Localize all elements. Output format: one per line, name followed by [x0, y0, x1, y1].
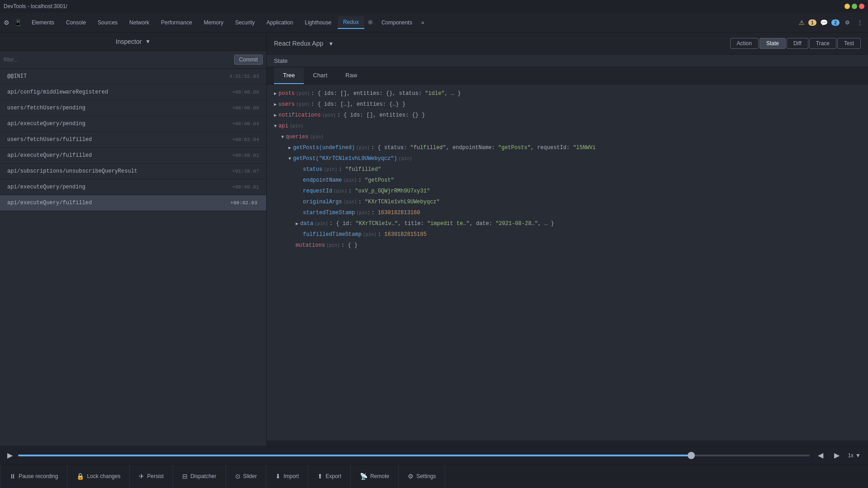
action-item-unsub[interactable]: api/subscriptions/unsubscribeQueryResult…: [0, 164, 266, 179]
no-toggle: [296, 210, 301, 216]
action-item-exec-fulfilled-1[interactable]: api/executeQuery/fulfilled +00:00.01: [0, 148, 266, 164]
toolbar-export[interactable]: ⬆ Export: [308, 465, 351, 488]
inspector-dropdown-icon[interactable]: ▼: [145, 38, 151, 45]
settings-icon[interactable]: ⚙: [843, 18, 852, 28]
tab-action[interactable]: Action: [730, 38, 759, 49]
toolbar-settings[interactable]: ⚙ Settings: [399, 465, 445, 488]
app-dropdown-icon[interactable]: ▼: [328, 41, 334, 47]
tree-row-endpointname[interactable]: endpointName (pin) : "getPost": [267, 175, 868, 186]
toggle-notifications[interactable]: ▶: [274, 112, 277, 119]
tab-sources[interactable]: Sources: [92, 17, 123, 28]
more-tabs-button[interactable]: »: [419, 18, 427, 28]
tab-diff[interactable]: Diff: [787, 38, 808, 49]
no-toggle: [296, 177, 301, 184]
tree-content: ▶ posts (pin) : { ids: [], entities: {},…: [267, 84, 868, 441]
no-toggle: [296, 166, 301, 173]
app-title: React Redux App: [274, 40, 323, 47]
action-name: api/executeQuery/fulfilled: [7, 200, 92, 206]
tab-test[interactable]: Test: [837, 38, 861, 49]
toggle-queries[interactable]: ▼: [281, 134, 284, 141]
action-name: api/subscriptions/unsubscribeQueryResult: [7, 168, 137, 174]
right-header: React Redux App ▼ Action State Diff Trac…: [267, 33, 868, 55]
toolbar-dispatcher[interactable]: ⊟ Dispatcher: [173, 465, 226, 488]
filter-input[interactable]: [4, 56, 231, 63]
tree-row-data[interactable]: ▶ data (pin) : { id: "KXrTCNle1v…", titl…: [267, 218, 868, 229]
speed-label: 1x: [848, 452, 854, 459]
progress-fill: [18, 455, 691, 456]
tree-row-notifications[interactable]: ▶ notifications (pin) : { ids: [], entit…: [267, 110, 868, 121]
warn-badge: 1: [808, 19, 816, 26]
toggle-posts[interactable]: ▶: [274, 90, 277, 97]
tab-redux[interactable]: Redux: [338, 16, 364, 29]
no-toggle: [296, 199, 301, 206]
progress-track[interactable]: [18, 455, 810, 456]
action-item-exec-fulfilled-2[interactable]: api/executeQuery/fulfilled +00:02.03: [0, 195, 266, 211]
tree-row-startedtimestamp[interactable]: startedTimeStamp (pin) : 1630182813160: [267, 207, 868, 218]
tab-performance[interactable]: Performance: [156, 17, 198, 28]
import-label: Import: [283, 473, 299, 479]
toolbar-pause[interactable]: ⏸ Pause recording: [0, 465, 67, 488]
tree-row-getpost[interactable]: ▼ getPost("KXrTCNle1vhL9UWebyqcz") (pin): [267, 153, 868, 164]
no-toggle: [296, 188, 301, 195]
view-tab-chart[interactable]: Chart: [304, 67, 336, 84]
tree-row-getposts[interactable]: ▶ getPosts(undefined) (pin) : { status: …: [267, 142, 868, 153]
tree-row-status[interactable]: status (pin) : "fulfilled": [267, 164, 868, 175]
play-button[interactable]: ▶: [7, 451, 13, 460]
tab-security[interactable]: Security: [230, 17, 260, 28]
tree-row-fulfilledtimestamp[interactable]: fulfilledTimeStamp (pin) : 1630182815185: [267, 229, 868, 240]
action-name: users/fetchUsers/fulfilled: [7, 136, 92, 143]
action-item-init[interactable]: @@INIT 4:31:52.93: [0, 69, 266, 84]
tab-application[interactable]: Application: [261, 17, 299, 28]
minimize-button[interactable]: [844, 4, 850, 9]
toolbar-slider[interactable]: ⊙ Slider: [226, 465, 267, 488]
toolbar-persist[interactable]: ✈ Persist: [130, 465, 173, 488]
close-button[interactable]: [859, 4, 864, 9]
mobile-icon: 📱: [14, 19, 22, 26]
action-item-exec-pending-1[interactable]: api/executeQuery/pending +00:00.04: [0, 116, 266, 132]
toggle-api[interactable]: ▼: [274, 123, 277, 130]
toggle-getposts[interactable]: ▶: [288, 145, 291, 151]
tab-lighthouse[interactable]: Lighthouse: [299, 17, 337, 28]
chat-icon: 💬: [820, 19, 828, 26]
toggle-getpost[interactable]: ▼: [288, 155, 291, 162]
action-item-fetch-pending[interactable]: users/fetchUsers/pending +00:00.00: [0, 100, 266, 116]
speed-selector[interactable]: 1x ▼: [848, 452, 861, 459]
toolbar-lock[interactable]: 🔒 Lock changes: [67, 465, 130, 488]
tree-row-mutations[interactable]: mutations (pin) : { }: [267, 240, 868, 251]
progress-thumb[interactable]: [688, 452, 695, 459]
view-tab-tree[interactable]: Tree: [274, 67, 304, 84]
more-options-icon[interactable]: ⋮: [855, 18, 864, 28]
tab-components[interactable]: Components: [376, 17, 418, 28]
tree-row-users[interactable]: ▶ users (pin) : { ids: […], entities: {……: [267, 99, 868, 110]
playback-bar: ▶ ◀ ▶ 1x ▼: [0, 446, 868, 465]
bottom-controls: ▶ ◀ ▶ 1x ▼ ⏸ Pause recording 🔒 Lock chan…: [0, 446, 868, 488]
export-icon: ⬆: [317, 473, 323, 480]
commit-button[interactable]: Commit: [234, 55, 263, 65]
tree-row-requestid[interactable]: requestId (pin) : "oxV_p_GQWjrRMh9U7xy31…: [267, 186, 868, 197]
toolbar-import[interactable]: ⬇ Import: [266, 465, 308, 488]
action-item-middleware[interactable]: api/config/middlewareRegistered +00:00.0…: [0, 84, 266, 100]
toolbar-remote[interactable]: 📡 Remote: [351, 465, 399, 488]
tab-trace[interactable]: Trace: [809, 38, 836, 49]
tab-memory[interactable]: Memory: [198, 17, 229, 28]
tree-row-queries[interactable]: ▼ queries (pin): [267, 131, 868, 142]
prev-button[interactable]: ◀: [815, 450, 826, 460]
view-tab-raw[interactable]: Raw: [336, 67, 366, 84]
horizontal-scrollbar[interactable]: [267, 441, 868, 446]
tab-console[interactable]: Console: [61, 17, 91, 28]
toggle-data[interactable]: ▶: [296, 221, 298, 227]
toggle-users[interactable]: ▶: [274, 101, 277, 108]
action-time: +00:00.08: [232, 89, 259, 95]
right-tab-bar: Action State Diff Trace Test: [730, 38, 861, 49]
tab-network[interactable]: Network: [124, 17, 155, 28]
next-button[interactable]: ▶: [831, 450, 842, 460]
tree-row-originalargs[interactable]: originalArgs (pin) : "KXrTCNle1vhL9UWeby…: [267, 197, 868, 207]
action-item-fetch-fulfilled[interactable]: users/fetchUsers/fulfilled +00:02.04: [0, 132, 266, 148]
tree-row-api[interactable]: ▼ api (pin): [267, 121, 868, 131]
action-item-exec-pending-2[interactable]: api/executeQuery/pending +00:00.01: [0, 179, 266, 195]
maximize-button[interactable]: [852, 4, 857, 9]
pause-label: Pause recording: [19, 473, 58, 479]
tree-row-posts[interactable]: ▶ posts (pin) : { ids: [], entities: {},…: [267, 88, 868, 99]
tab-elements[interactable]: Elements: [26, 17, 60, 28]
tab-state[interactable]: State: [760, 38, 786, 49]
